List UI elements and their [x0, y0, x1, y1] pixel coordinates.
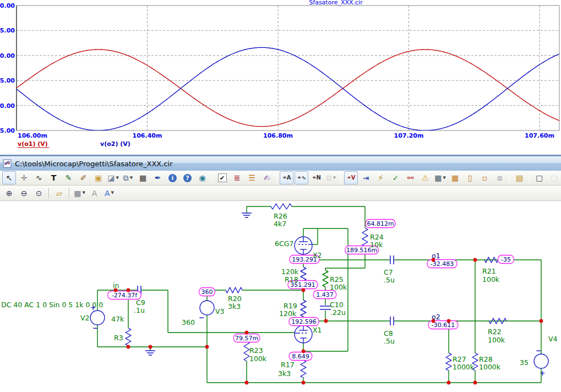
analysis-plot-pane[interactable]: Sfasatore_XXX.cir50.0025.000.00-25.00-50…	[0, 0, 561, 155]
schematic-label[interactable]: 100k	[249, 355, 267, 363]
schematic-label[interactable]: −	[92, 324, 98, 332]
link-node-icon[interactable]: ⧈	[493, 171, 506, 184]
source-V4[interactable]	[534, 354, 548, 368]
curve-vo2V[interactable]	[17, 47, 560, 130]
checkbox-tool-icon[interactable]: ✔	[215, 171, 229, 184]
zoom-out-icon[interactable]: ⊖	[17, 187, 31, 200]
schematic-label[interactable]: .22u	[330, 308, 346, 317]
schematic-label[interactable]: V4	[548, 335, 558, 343]
transient-plot[interactable]: Sfasatore_XXX.cir50.0025.000.00-25.00-50…	[0, 0, 561, 155]
probe-value-bubble[interactable]: 360	[199, 288, 215, 296]
resistor-R24[interactable]	[362, 228, 368, 247]
schematic-label[interactable]: in	[113, 281, 119, 290]
dropdown-arrow-icon[interactable]: ▼	[130, 176, 133, 180]
ground-symbol[interactable]	[242, 213, 252, 217]
schematic-label[interactable]: C8	[384, 329, 393, 337]
dropdown-arrow-icon[interactable]: ▼	[82, 191, 85, 195]
zoom-in-icon[interactable]: ⊕	[2, 187, 16, 200]
schematic-label[interactable]: V3	[215, 307, 225, 315]
tube-X1[interactable]	[295, 325, 312, 343]
schematic-label[interactable]: +	[90, 303, 96, 312]
dropdown-arrow-icon[interactable]: ▼	[443, 176, 445, 180]
schematic-label[interactable]: DC 40 AC 1 0 Sin 0 5 1k 0 0 0	[1, 301, 103, 309]
schematic-label[interactable]: R17	[281, 361, 295, 369]
flowchart-tool-icon[interactable]: ⧉▼	[121, 171, 135, 184]
schematic-label[interactable]: R19	[284, 302, 297, 310]
schematic-label[interactable]: −	[199, 313, 204, 322]
schematic-label[interactable]: 100k	[488, 336, 505, 344]
schematic-label[interactable]: 6CG7	[275, 239, 293, 248]
schematic-label[interactable]: R26	[274, 212, 287, 220]
show-conditions-icon[interactable]: ✓	[389, 171, 402, 184]
schematic-label[interactable]: R25	[330, 275, 344, 284]
ground-symbol[interactable]	[145, 351, 155, 355]
schematic-label[interactable]: R22	[488, 328, 502, 336]
properties-icon[interactable]: ▤	[513, 171, 526, 184]
capacitor-C8[interactable]	[390, 317, 394, 325]
show-node-numbers-icon[interactable]: ⚭N	[309, 171, 323, 184]
waveform-probe-icon[interactable]: ∿	[32, 171, 46, 184]
zoom-100-icon[interactable]: ⊙	[32, 187, 46, 200]
resistor-R19[interactable]	[301, 300, 306, 317]
schematic-label[interactable]: R21	[482, 267, 496, 275]
schematic-label[interactable]: 4k7	[274, 220, 286, 228]
schematic-label[interactable]: −	[536, 346, 541, 355]
pan-tool-icon[interactable]: ✛	[17, 171, 31, 184]
capacitor-C7[interactable]	[390, 255, 394, 264]
schematic-label[interactable]: 1000k	[479, 363, 501, 371]
resistor-R22[interactable]	[489, 318, 506, 324]
component-list-icon[interactable]: ≣	[230, 171, 244, 184]
show-wire-curves-icon[interactable]: ⚭∿	[295, 171, 308, 184]
schematic-label[interactable]: 3k3	[228, 302, 241, 311]
schematic-label[interactable]: 100k	[330, 283, 347, 291]
probe-value-bubble[interactable]: 79.57m	[233, 334, 260, 342]
capacitor-C10[interactable]	[320, 306, 331, 309]
resistor-R17[interactable]	[301, 360, 306, 378]
probe-value-bubble[interactable]: -35	[498, 255, 514, 264]
dropdown-arrow-icon[interactable]: ▼	[111, 191, 114, 195]
page-view-icon[interactable]: ▱	[52, 187, 66, 200]
schematic-label[interactable]: .1u	[134, 306, 145, 314]
schematic-label[interactable]: 120k	[281, 268, 299, 276]
shape-tool-icon[interactable]: ◪▼	[106, 171, 120, 184]
schematic-label[interactable]: C10	[330, 301, 344, 309]
schematic-label[interactable]: 35	[520, 358, 529, 367]
border-display-icon[interactable]: ▦	[448, 171, 462, 184]
schematic-label[interactable]: R18	[285, 275, 298, 284]
legend-item[interactable]: v(o1) (V)	[18, 140, 48, 148]
dropdown-arrow-icon[interactable]: ▼	[116, 176, 118, 180]
resistor-R20[interactable]	[226, 287, 242, 293]
schematic-label[interactable]: C7	[384, 268, 393, 276]
schematic-label[interactable]: C9	[136, 298, 145, 307]
legend-item[interactable]: v(o2) (V)	[100, 140, 130, 148]
schematic-label[interactable]: +	[540, 369, 545, 377]
dropdown-arrow-icon[interactable]: ▼	[333, 176, 336, 180]
info-icon[interactable]: i	[166, 171, 179, 184]
stack-pages-icon[interactable]: ☰	[245, 171, 259, 184]
page-small-icon[interactable]: ▫	[478, 171, 492, 184]
schematic-label[interactable]: 120k	[279, 309, 297, 318]
schematic-label[interactable]: 10k	[370, 241, 383, 249]
schematic-label[interactable]: R28	[479, 355, 493, 363]
copy-picture-icon[interactable]: ⧉▼	[324, 171, 338, 184]
resistor-R26[interactable]	[271, 204, 292, 209]
probe-value-bubble[interactable]: -32.483	[427, 260, 457, 268]
probe-value-bubble[interactable]: 192.596	[289, 318, 319, 326]
schematic-label[interactable]: o1	[432, 252, 440, 260]
schematic-label[interactable]: .5u	[384, 337, 395, 345]
probe-value-bubble[interactable]: 1.437	[313, 291, 336, 299]
edit-note-icon[interactable]: ✍	[260, 171, 274, 184]
resistor-R25[interactable]	[323, 270, 328, 287]
schematic-window-titlebar[interactable]: C:\tools\Microcap\Progetti\Sfasatore_XXX…	[0, 156, 561, 171]
schematic-label[interactable]: R27	[453, 355, 466, 363]
title-block-icon[interactable]: ▯	[463, 171, 477, 184]
resistor-R23[interactable]	[244, 341, 249, 361]
schematic-drawing[interactable]: -274.37f36064.812m189.516m193.291351.291…	[0, 201, 561, 392]
schematic-label[interactable]: 3k3	[278, 369, 291, 378]
show-currents-icon[interactable]: ⇥	[359, 171, 373, 184]
probe-value-bubble[interactable]: 8.649	[289, 352, 312, 361]
schematic-label[interactable]: X1	[313, 326, 322, 334]
grid-toggle-icon[interactable]: ▦▼	[433, 171, 447, 184]
help-icon[interactable]: ?	[181, 171, 194, 184]
probe-value-bubble[interactable]: 64.812m	[366, 220, 395, 228]
